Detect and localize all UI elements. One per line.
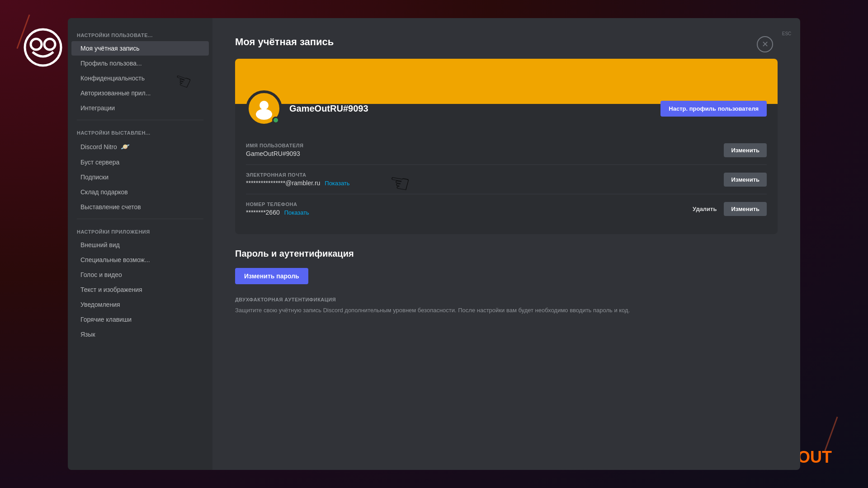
avatar-status	[272, 117, 279, 124]
sidebar-item-label: Уведомления	[80, 301, 120, 308]
svg-point-3	[259, 101, 269, 110]
change-password-button[interactable]: Изменить пароль	[235, 268, 308, 284]
sidebar-item-label: Моя учётная запись	[80, 45, 139, 52]
field-username-actions: Изменить	[724, 143, 767, 157]
sidebar-item-billing[interactable]: Выставление счетов	[71, 200, 209, 214]
field-row-phone: НОМЕР ТЕЛЕФОНА ********2660 Показать Уда…	[246, 194, 767, 223]
field-email-left: ЭЛЕКТРОННАЯ ПОЧТА ****************@rambl…	[246, 172, 350, 187]
sidebar-item-language[interactable]: Язык	[71, 327, 209, 342]
sidebar-item-server-boost[interactable]: Буст сервера	[71, 155, 209, 169]
esc-label: ESC	[782, 31, 792, 36]
field-phone-value: ********2660 Показать	[246, 209, 309, 216]
field-username-value: GameOutRU#9093	[246, 150, 303, 157]
sidebar-item-label: Горячие клавиши	[80, 316, 132, 323]
change-email-button[interactable]: Изменить	[724, 173, 767, 187]
page-title: Моя учётная запись	[235, 36, 778, 48]
sidebar-item-label: Авторизованные прил...	[80, 89, 151, 97]
sidebar-item-label: Язык	[80, 331, 95, 338]
sidebar-item-label: Интеграции	[80, 104, 115, 112]
sidebar-item-notifications[interactable]: Уведомления	[71, 297, 209, 312]
sidebar-section-billing: НАСТРОЙКИ ВЫСТАВЛЕН...	[68, 125, 212, 138]
change-phone-button[interactable]: Изменить	[724, 202, 767, 216]
sidebar-section-app: НАСТРОЙКИ ПРИЛОЖЕНИЯ	[68, 224, 212, 237]
username-display: GameOutRU#9093	[289, 103, 653, 114]
field-email-actions: Изменить	[724, 173, 767, 187]
sidebar-item-text-images[interactable]: Текст и изображения	[71, 282, 209, 297]
sidebar-item-label: Конфиденциальность	[80, 75, 145, 82]
field-email-value: ****************@rambler.ru Показать	[246, 179, 350, 187]
field-username-left: ИМЯ ПОЛЬЗОВАТЕЛЯ GameOutRU#9093	[246, 143, 303, 157]
avatar-wrapper	[246, 90, 282, 127]
bg-decoration-right	[824, 417, 838, 451]
sidebar-item-label: Внешний вид	[80, 241, 120, 249]
sidebar-item-privacy[interactable]: Конфиденциальность	[71, 71, 209, 85]
svg-point-4	[256, 109, 272, 120]
main-content: ✕ ESC Моя учётная запись	[212, 18, 800, 470]
sidebar-item-appearance[interactable]: Внешний вид	[71, 238, 209, 252]
sidebar-item-voice-video[interactable]: Голос и видео	[71, 267, 209, 282]
change-username-button[interactable]: Изменить	[724, 143, 767, 157]
show-phone-link[interactable]: Показать	[284, 209, 309, 216]
profile-card: GameOutRU#9093 Настр. профиль пользовате…	[235, 59, 778, 234]
field-row-email: ЭЛЕКТРОННАЯ ПОЧТА ****************@rambl…	[246, 165, 767, 194]
sidebar-item-hotkeys[interactable]: Горячие клавиши	[71, 312, 209, 327]
sidebar-item-authorized[interactable]: Авторизованные прил...	[71, 86, 209, 100]
field-phone-actions: Удалить Изменить	[689, 202, 767, 216]
edit-profile-button[interactable]: Настр. профиль пользователя	[660, 101, 767, 117]
sidebar-item-integrations[interactable]: Интеграции	[71, 101, 209, 115]
svg-point-0	[25, 29, 61, 66]
sidebar-divider-2	[77, 219, 203, 219]
sidebar-section-user-settings: НАСТРОЙКИ ПОЛЬЗОВАТЕ...	[68, 27, 212, 41]
sidebar: НАСТРОЙКИ ПОЛЬЗОВАТЕ... Моя учётная запи…	[68, 18, 212, 470]
delete-phone-button[interactable]: Удалить	[689, 202, 720, 216]
sidebar-item-label: Discord Nitro	[80, 143, 117, 150]
sidebar-divider-1	[77, 120, 203, 120]
nitro-icon: 🪐	[121, 142, 130, 151]
settings-dialog: НАСТРОЙКИ ПОЛЬЗОВАТЕ... Моя учётная запи…	[68, 18, 800, 470]
sidebar-item-my-account[interactable]: Моя учётная запись	[71, 41, 209, 56]
sidebar-item-subscriptions[interactable]: Подписки	[71, 170, 209, 184]
field-email-label: ЭЛЕКТРОННАЯ ПОЧТА	[246, 172, 350, 178]
twofa-label: ДВУХФАКТОРНАЯ АУТЕНТИФИКАЦИЯ	[235, 297, 778, 302]
twofa-desc: Защитите свою учётную запись Discord доп…	[235, 306, 778, 315]
close-button[interactable]: ✕	[757, 36, 773, 52]
field-row-username: ИМЯ ПОЛЬЗОВАТЕЛЯ GameOutRU#9093 Изменить	[246, 136, 767, 165]
sidebar-item-discord-nitro[interactable]: Discord Nitro 🪐	[71, 139, 209, 155]
sidebar-item-label: Профиль пользова...	[80, 60, 142, 67]
sidebar-item-profile[interactable]: Профиль пользова...	[71, 56, 209, 70]
field-phone-left: НОМЕР ТЕЛЕФОНА ********2660 Показать	[246, 202, 309, 216]
sidebar-item-gift-inventory[interactable]: Склад подарков	[71, 185, 209, 199]
svg-point-1	[31, 39, 42, 50]
sidebar-item-label: Подписки	[80, 174, 108, 181]
show-email-link[interactable]: Показать	[325, 180, 349, 187]
watermark-out: OUT	[797, 448, 832, 466]
fields-section: ИМЯ ПОЛЬЗОВАТЕЛЯ GameOutRU#9093 Изменить…	[235, 136, 778, 234]
sidebar-item-label: Голос и видео	[80, 271, 122, 278]
password-section-title: Пароль и аутентификация	[235, 249, 778, 259]
sidebar-item-label: Склад подарков	[80, 188, 128, 196]
field-phone-label: НОМЕР ТЕЛЕФОНА	[246, 202, 309, 207]
sidebar-item-label: Буст сервера	[80, 159, 119, 166]
sidebar-item-label: Выставление счетов	[80, 203, 141, 211]
logo-area	[23, 27, 63, 68]
profile-info-row: GameOutRU#9093 Настр. профиль пользовате…	[235, 90, 778, 136]
field-username-label: ИМЯ ПОЛЬЗОВАТЕЛЯ	[246, 143, 303, 148]
svg-point-2	[44, 39, 55, 50]
sidebar-item-label: Текст и изображения	[80, 286, 142, 293]
logo-icon	[23, 27, 63, 68]
sidebar-item-label: Специальные возмож...	[80, 256, 150, 263]
sidebar-item-accessibility[interactable]: Специальные возмож...	[71, 253, 209, 267]
close-icon: ✕	[762, 39, 769, 49]
